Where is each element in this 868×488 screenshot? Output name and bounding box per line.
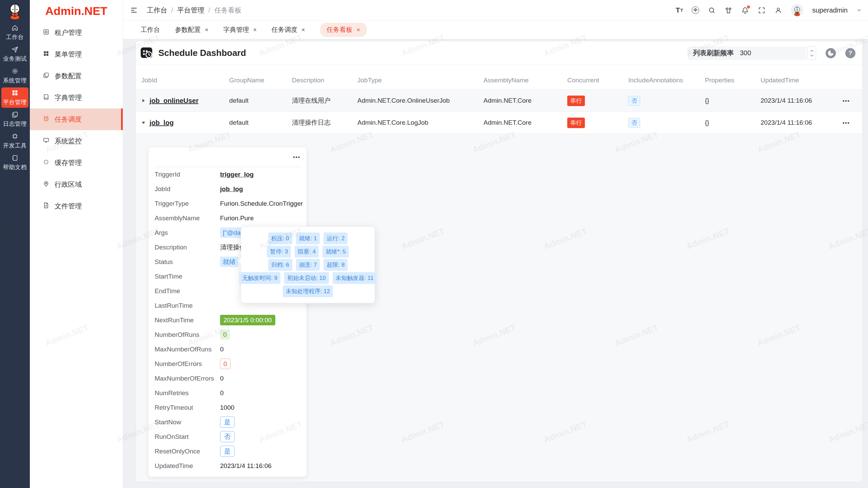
help-icon[interactable]: ?: [845, 48, 855, 58]
table-row[interactable]: job_onlineUser default 清理在线用户 Admin.NET.…: [136, 89, 862, 111]
detail-value: 2023/1/4 11:16:06: [220, 462, 272, 470]
rail-item-log-mgmt[interactable]: 日志管理: [1, 109, 28, 129]
rail-item-label: 工作台: [6, 33, 24, 41]
map-pin-icon: [43, 180, 50, 189]
close-icon[interactable]: ×: [253, 26, 257, 34]
properties-cell: {}: [693, 119, 749, 126]
stepper-up-icon[interactable]: [810, 50, 814, 52]
rail-item-label: 开发工具: [3, 142, 27, 149]
trigger-id-link[interactable]: trigger_log: [220, 171, 254, 178]
font-size-icon[interactable]: TT: [676, 6, 683, 14]
group-name-cell: default: [217, 97, 280, 104]
rail-item-system-mgmt[interactable]: 系统管理: [1, 66, 28, 86]
rail-item-help-docs[interactable]: 帮助文档: [1, 152, 28, 173]
sidebar-item-label: 文件管理: [55, 202, 82, 211]
notifications-bell-icon[interactable]: [741, 6, 749, 14]
notification-dot: [747, 5, 750, 8]
detail-label: Status: [155, 258, 220, 266]
expand-caret-down-icon[interactable]: [141, 121, 145, 125]
secondary-sidebar: Admin.NET 租户管理 菜单管理 参数配置 字典管理: [30, 0, 123, 488]
language-glyph: 中: [692, 6, 699, 14]
tab-dict[interactable]: 字典管理 ×: [223, 25, 257, 34]
language-icon[interactable]: 中: [692, 6, 699, 14]
close-icon[interactable]: ×: [357, 26, 360, 34]
job-id-link[interactable]: job_onlineUser: [150, 97, 198, 105]
home-icon: [11, 24, 19, 32]
dictionary-book-icon: [43, 94, 50, 102]
rail-item-workbench[interactable]: 工作台: [1, 22, 28, 43]
username[interactable]: superadmin: [812, 6, 848, 14]
theme-tshirt-icon[interactable]: [725, 6, 732, 14]
paper-plane-icon: [11, 46, 19, 53]
book-icon: [11, 154, 19, 162]
status-legend-badge: 超限: 8: [323, 259, 348, 271]
rail-item-business-test[interactable]: 业务测试: [1, 44, 28, 64]
sidebar-item-params[interactable]: 参数配置: [30, 65, 123, 87]
mascot-logo-icon: [6, 3, 24, 22]
status-legend-badge: 初始未启动: 10: [284, 272, 329, 284]
sidebar-item-region[interactable]: 行政区域: [30, 174, 123, 195]
column-header: IncludeAnnotations: [616, 77, 693, 84]
status-legend-badge: 就绪: 1: [296, 232, 320, 244]
sidebar-item-dict[interactable]: 字典管理: [30, 87, 123, 108]
detail-label: RetryTimeout: [155, 404, 220, 411]
close-icon[interactable]: ×: [205, 26, 209, 34]
column-header: UpdatedTime: [749, 77, 831, 84]
column-header: JobType: [346, 77, 472, 84]
detail-label: NumberOfRuns: [155, 331, 220, 339]
status-legend-badge: 暂停: 3: [267, 246, 291, 258]
table-row[interactable]: job_log default 清理操作日志 Admin.NET.Core.Lo…: [136, 111, 862, 134]
search-icon[interactable]: [708, 6, 716, 14]
chevron-down-icon[interactable]: [856, 7, 862, 13]
breadcrumb-item[interactable]: 平台管理: [177, 6, 204, 15]
breadcrumb-item-current: 任务看板: [214, 6, 241, 15]
status-legend-badge: 归档: 6: [268, 259, 292, 271]
rail-item-dev-tools[interactable]: 开发工具: [1, 131, 28, 151]
detail-label: Args: [155, 229, 220, 237]
stepper-down-icon[interactable]: [810, 54, 814, 57]
rail-item-platform-mgmt[interactable]: 平台管理: [1, 87, 28, 108]
status-legend-badge: 运行: 2: [323, 232, 348, 244]
breadcrumb-separator: /: [171, 6, 173, 14]
status-badge: 就绪: [220, 257, 238, 267]
job-id-link[interactable]: job_log: [220, 185, 243, 193]
detail-more-button[interactable]: •••: [293, 154, 300, 160]
sidebar-item-files[interactable]: 文件管理: [30, 195, 123, 217]
fullscreen-icon[interactable]: [758, 6, 766, 14]
breadcrumb-item[interactable]: 工作台: [147, 6, 167, 15]
sidebar-item-monitor[interactable]: 系统监控: [30, 130, 123, 152]
avatar[interactable]: [791, 4, 803, 16]
sidebar-item-menu[interactable]: 菜单管理: [30, 43, 123, 65]
gear-icon: [11, 67, 19, 75]
tab-params[interactable]: 参数配置 ×: [175, 25, 209, 34]
row-more-button[interactable]: •••: [843, 98, 850, 104]
header-actions: TT 中: [676, 4, 862, 16]
content-area: Schedule Dashboard 列表刷新频率 300: [123, 39, 868, 488]
sidebar-item-cache[interactable]: 缓存管理: [30, 152, 123, 174]
status-legend-popover: 积压: 0 就绪: 1 运行: 2 暂停: 3 阻塞: 4 就绪*: 5 归档:…: [241, 226, 375, 303]
card-header-actions: 列表刷新频率 300: [688, 46, 855, 60]
timer-icon[interactable]: [826, 48, 836, 58]
refresh-rate-input[interactable]: 列表刷新频率 300: [688, 46, 806, 60]
detail-label: TriggerType: [155, 200, 220, 207]
app-logo[interactable]: [6, 0, 24, 22]
user-outline-icon[interactable]: [774, 6, 782, 14]
start-now-badge: 是: [220, 416, 235, 428]
tab-workbench[interactable]: 工作台: [141, 25, 160, 34]
next-run-time-badge: 2023/1/5 0:00:00: [220, 315, 275, 325]
expand-caret-right-icon[interactable]: [141, 99, 145, 103]
row-more-button[interactable]: •••: [843, 120, 850, 126]
sidebar-item-tenant[interactable]: 租户管理: [30, 22, 123, 43]
grid-icon: [11, 89, 19, 97]
tab-bar: 工作台 参数配置 × 字典管理 × 任务调度 × 任务看板 ×: [123, 21, 868, 39]
tab-task-dashboard[interactable]: 任务看板 ×: [320, 23, 367, 37]
detail-label: UpdatedTime: [155, 462, 220, 470]
tab-task-schedule[interactable]: 任务调度 ×: [272, 25, 305, 34]
tenant-icon: [43, 28, 50, 37]
job-id-link[interactable]: job_log: [150, 119, 174, 127]
concurrent-badge: 串行: [567, 96, 585, 106]
close-icon[interactable]: ×: [301, 26, 305, 34]
menu-fold-icon[interactable]: [130, 6, 138, 14]
trigger-detail-card: ••• TriggerIdtrigger_log JobIdjob_log Tr…: [149, 147, 307, 477]
sidebar-item-task-schedule[interactable]: 任务调度: [30, 108, 123, 130]
